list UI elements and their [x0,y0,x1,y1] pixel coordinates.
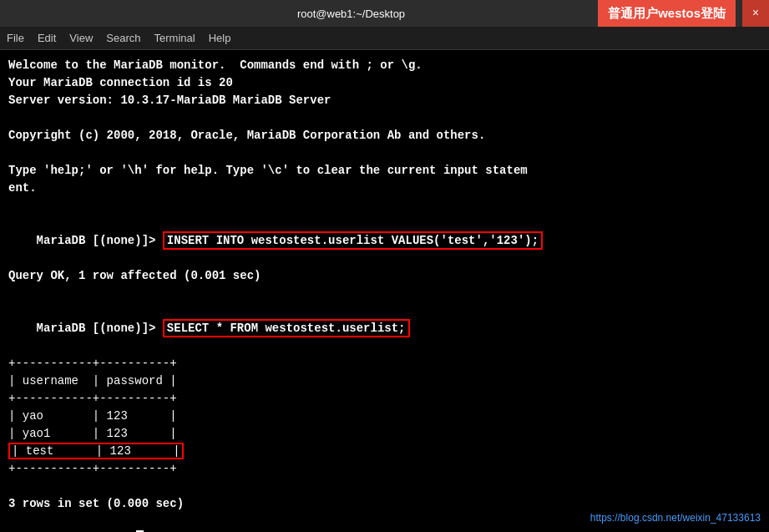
select-prompt-line: MariaDB [(none)]> SELECT * FROM westoste… [8,302,761,355]
help-line-1: Type 'help;' or '\h' for help. Type '\c'… [8,162,761,180]
menu-bar: File Edit View Search Terminal Help [0,27,769,50]
blank-1 [8,109,761,127]
close-button[interactable]: × [742,0,769,27]
menu-view[interactable]: View [69,32,93,44]
table-divider-bottom: +-----------+----------+ [8,460,761,478]
connection-line: Your MariaDB connection id is 20 [8,74,761,92]
select-prompt: MariaDB [(none)]> [37,322,163,335]
version-line: Server version: 10.3.17-MariaDB MariaDB … [8,92,761,109]
blank-2 [8,144,761,162]
select-command: SELECT * FROM westostest.userlist; [163,319,410,337]
menu-terminal[interactable]: Terminal [154,32,195,44]
test-row-highlight: | test | 123 | [8,443,184,459]
menu-help[interactable]: Help [209,32,231,44]
insert-result: Query OK, 1 row affected (0.001 sec) [8,267,761,285]
table-row-yao1: | yao1 | 123 | [8,425,761,443]
title-bar: root@web1:~/Desktop 普通用户westos登陆 × [0,0,769,27]
table-divider-top: +-----------+----------+ [8,355,761,372]
insert-command: INSERT INTO westostest.userlist VALUES('… [163,231,543,250]
menu-file[interactable]: File [7,32,24,44]
blank-5 [8,478,761,495]
table-header: | username | password | [8,372,761,390]
table-row-yao: | yao | 123 | [8,408,761,425]
blank-3 [8,197,761,215]
table-divider-mid: +-----------+----------+ [8,390,761,408]
welcome-line: Welcome to the MariaDB monitor. Commands… [8,57,761,74]
insert-prompt-line: MariaDB [(none)]> INSERT INTO westostest… [8,215,761,267]
copyright-line: Copyright (c) 2000, 2018, Oracle, MariaD… [8,127,761,144]
annotation-badge: 普通用户westos登陆 [598,0,736,27]
footer-link: https://blog.csdn.net/weixin_47133613 [590,510,761,525]
terminal-output: Welcome to the MariaDB monitor. Commands… [0,50,769,532]
help-line-2: ent. [8,180,761,197]
menu-edit[interactable]: Edit [38,32,56,44]
blank-4 [8,285,761,302]
insert-prompt: MariaDB [(none)]> [37,234,163,247]
menu-search[interactable]: Search [106,32,140,44]
table-row-test: | test | 123 | [8,443,761,460]
